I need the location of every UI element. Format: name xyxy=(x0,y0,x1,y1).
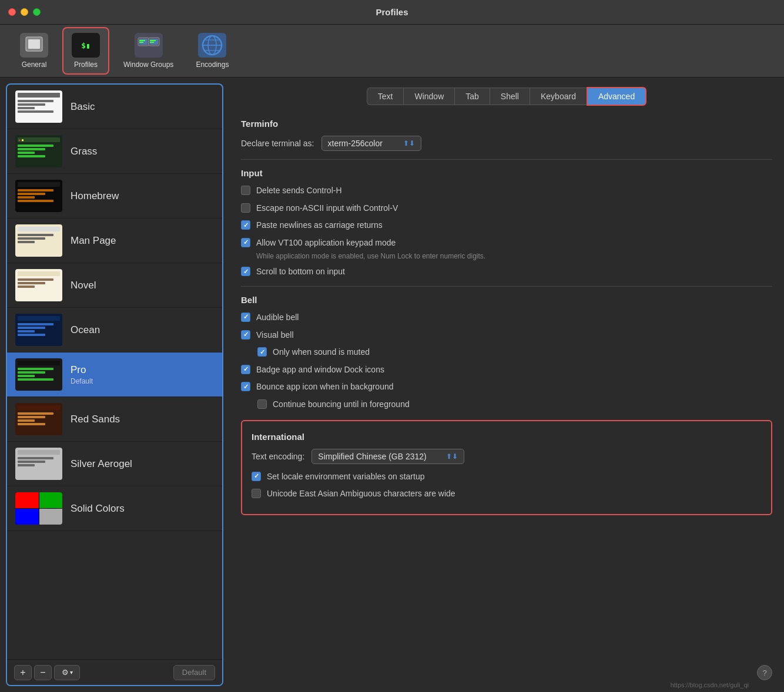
remove-profile-button[interactable]: − xyxy=(34,665,52,680)
profile-thumb-basic xyxy=(15,90,62,123)
encodings-icon xyxy=(198,33,226,58)
profile-item-manpage[interactable]: Man Page xyxy=(7,219,222,263)
toolbar: General $▮ Profiles Window Groups xyxy=(0,25,784,78)
tab-advanced[interactable]: Advanced xyxy=(587,87,646,106)
checkbox-row-paste-newlines: Paste newlines as carriage returns xyxy=(241,220,772,231)
profile-name-grass: Grass xyxy=(71,146,97,157)
checkbox-delete-ctrl-h[interactable] xyxy=(241,186,250,195)
label-paste-newlines: Paste newlines as carriage returns xyxy=(256,220,383,231)
tab-keyboard[interactable]: Keyboard xyxy=(530,88,587,105)
profile-name-silveraerogel: Silver Aerogel xyxy=(71,458,132,470)
label-visual-bell: Visual bell xyxy=(256,330,294,341)
terminal-declare-row: Declare terminal as: xterm-256color ⬆⬇ xyxy=(241,136,772,151)
profile-name-manpage: Man Page xyxy=(71,235,116,247)
sidebar-footer: + − ⚙ ▾ Default xyxy=(7,659,222,685)
select-arrow-icon: ⬆⬇ xyxy=(403,139,415,147)
label-vt100: Allow VT100 application keypad mode xyxy=(256,237,396,249)
terminfo-title: Terminfo xyxy=(241,119,772,129)
profile-item-redsands[interactable]: Red Sands xyxy=(7,397,222,442)
profile-thumb-homebrew xyxy=(15,180,62,212)
minimize-button[interactable] xyxy=(21,8,28,16)
checkbox-continue-bouncing[interactable] xyxy=(257,399,267,409)
checkbox-badge-icons[interactable] xyxy=(241,365,250,374)
checkbox-row-only-when-muted: Only when sound is muted xyxy=(241,347,772,358)
profile-thumb-ocean xyxy=(15,314,62,346)
encoding-select-arrow-icon: ⬆⬇ xyxy=(446,452,458,461)
profile-name-ocean: Ocean xyxy=(71,324,100,336)
label-escape-non-ascii: Escape non-ASCII input with Control-V xyxy=(256,203,398,214)
checkbox-unicode-wide[interactable] xyxy=(252,489,261,498)
traffic-lights xyxy=(8,8,41,16)
checkbox-set-locale[interactable] xyxy=(252,472,261,481)
terminfo-section: Terminfo Declare terminal as: xterm-256c… xyxy=(241,119,772,151)
terminal-type-value: xterm-256color xyxy=(328,139,383,148)
profile-thumb-silveraerogel xyxy=(15,448,62,480)
checkbox-audible-bell[interactable] xyxy=(241,313,250,322)
help-icon: ? xyxy=(762,669,766,677)
profile-item-grass[interactable]: ▶ ■ Grass xyxy=(7,129,222,174)
checkbox-row-visual-bell: Visual bell xyxy=(241,330,772,341)
terminal-type-select[interactable]: xterm-256color ⬆⬇ xyxy=(321,136,421,151)
bell-title: Bell xyxy=(241,295,772,305)
checkbox-escape-non-ascii[interactable] xyxy=(241,203,250,213)
label-unicode-wide: Unicode East Asian Ambiguous characters … xyxy=(267,488,455,500)
checkbox-row-delete-ctrl-h: Delete sends Control-H xyxy=(241,185,772,197)
checkbox-visual-bell[interactable] xyxy=(241,330,250,340)
main-content: Basic ▶ ■ Grass xyxy=(0,78,784,692)
checkbox-row-badge-icons: Badge app and window Dock icons xyxy=(241,364,772,376)
toolbar-item-general[interactable]: General xyxy=(12,28,56,73)
checkbox-row-escape-non-ascii: Escape non-ASCII input with Control-V xyxy=(241,203,772,214)
svg-rect-8 xyxy=(150,40,156,41)
label-bounce-icon: Bounce app icon when in background xyxy=(256,381,394,393)
checkbox-bounce-icon[interactable] xyxy=(241,382,250,391)
profile-thumb-novel xyxy=(15,269,62,301)
profile-item-pro[interactable]: Pro Default xyxy=(7,352,222,397)
window-title: Profiles xyxy=(376,7,408,17)
profile-item-novel[interactable]: Novel xyxy=(7,263,222,308)
international-section: International Text encoding: Simplified … xyxy=(241,420,772,515)
toolbar-item-encodings[interactable]: Encodings xyxy=(187,28,237,73)
tab-shell[interactable]: Shell xyxy=(490,88,530,105)
profile-name-pro: Pro xyxy=(71,364,93,376)
tab-window[interactable]: Window xyxy=(403,88,454,105)
window-groups-label: Window Groups xyxy=(123,61,173,69)
close-button[interactable] xyxy=(8,8,16,16)
text-encoding-select[interactable]: Simplified Chinese (GB 2312) ⬆⬇ xyxy=(311,449,464,464)
tab-tab[interactable]: Tab xyxy=(454,88,490,105)
profile-thumb-solidcolors xyxy=(15,492,62,525)
titlebar: Profiles xyxy=(0,0,784,25)
profile-thumb-redsands xyxy=(15,403,62,435)
profile-item-homebrew[interactable]: Homebrew xyxy=(7,174,222,219)
svg-rect-1 xyxy=(28,39,40,49)
profile-name-homebrew: Homebrew xyxy=(71,190,119,202)
declare-terminal-label: Declare terminal as: xyxy=(241,139,314,148)
label-badge-icons: Badge app and window Dock icons xyxy=(256,364,384,376)
profile-item-ocean[interactable]: Ocean xyxy=(7,308,222,352)
profile-item-solidcolors[interactable]: Solid Colors xyxy=(7,486,222,531)
profile-thumb-pro xyxy=(15,358,62,391)
checkbox-only-when-muted[interactable] xyxy=(257,347,267,357)
profile-thumb-manpage xyxy=(15,224,62,257)
international-title: International xyxy=(252,432,762,442)
maximize-button[interactable] xyxy=(33,8,41,16)
profile-item-silveraerogel[interactable]: Silver Aerogel xyxy=(7,442,222,486)
checkbox-row-bounce-icon: Bounce app icon when in background xyxy=(241,381,772,393)
checkbox-scroll-bottom[interactable] xyxy=(241,267,250,276)
checkbox-paste-newlines[interactable] xyxy=(241,220,250,230)
checkbox-row-audible-bell: Audible bell xyxy=(241,312,772,324)
toolbar-item-profiles[interactable]: $▮ Profiles xyxy=(62,27,109,75)
default-button[interactable]: Default xyxy=(173,665,215,680)
input-title: Input xyxy=(241,168,772,178)
tab-text[interactable]: Text xyxy=(367,88,404,105)
checkbox-row-scroll-bottom: Scroll to bottom on input xyxy=(241,266,772,278)
profile-name-solidcolors: Solid Colors xyxy=(71,503,125,515)
help-button[interactable]: ? xyxy=(757,665,772,680)
window-groups-icon xyxy=(135,33,163,58)
toolbar-item-window-groups[interactable]: Window Groups xyxy=(115,28,182,73)
add-profile-button[interactable]: + xyxy=(14,665,32,680)
svg-rect-5 xyxy=(139,42,143,43)
checkbox-vt100[interactable] xyxy=(241,238,250,247)
gear-menu-button[interactable]: ⚙ ▾ xyxy=(54,665,80,680)
gear-icon: ⚙ xyxy=(62,668,69,677)
profile-item-basic[interactable]: Basic xyxy=(7,85,222,129)
